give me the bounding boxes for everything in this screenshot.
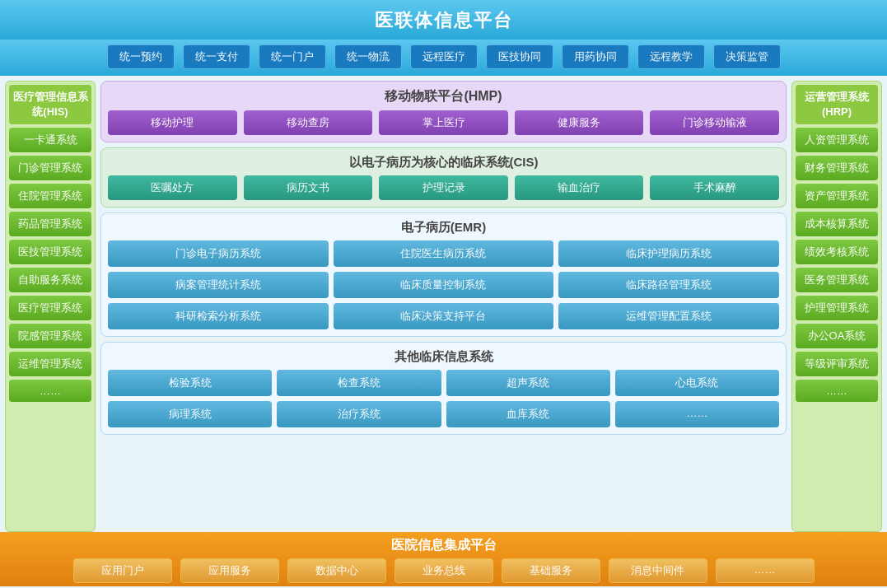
top-nav-item[interactable]: 医技协同 xyxy=(486,44,553,69)
right-sidebar-item[interactable]: 办公OA系统 xyxy=(796,324,878,348)
other-title: 其他临床信息系统 xyxy=(108,349,779,365)
bottom-nav: 应用门户应用服务数据中心业务总线基础服务消息中间件…… xyxy=(0,558,887,583)
cis-item[interactable]: 护理记录 xyxy=(379,175,508,200)
other-item[interactable]: 心电系统 xyxy=(615,370,779,396)
hmp-items: 移动护理移动查房掌上医疗健康服务门诊移动输液 xyxy=(108,110,779,135)
emr-section: 电子病历(EMR) 门诊电子病历系统住院医生病历系统临床护理病历系统病案管理统计… xyxy=(100,212,787,337)
top-nav-item[interactable]: 远程教学 xyxy=(637,44,705,69)
cis-section: 以电子病历为核心的临床系统(CIS) 医嘱处方病历文书护理记录输血治疗手术麻醉 xyxy=(100,147,787,208)
cis-title: 以电子病历为核心的临床系统(CIS) xyxy=(108,155,779,170)
center-area: 移动物联平台(HMP) 移动护理移动查房掌上医疗健康服务门诊移动输液 以电子病历… xyxy=(100,81,787,532)
right-sidebar-item[interactable]: 医务管理系统 xyxy=(796,268,878,292)
hmp-item[interactable]: 掌上医疗 xyxy=(379,110,508,135)
top-nav-bar: 统一预约统一支付统一门户统一物流远程医疗医技协同用药协同远程教学决策监管 xyxy=(0,40,887,76)
left-sidebar-item[interactable]: …… xyxy=(9,380,91,402)
top-nav-item[interactable]: 用药协同 xyxy=(562,44,629,69)
cis-item[interactable]: 医嘱处方 xyxy=(108,175,237,200)
left-sidebar-item[interactable]: 门诊管理系统 xyxy=(9,156,91,180)
emr-item[interactable]: 住院医生病历系统 xyxy=(334,240,554,267)
top-nav-item[interactable]: 统一预约 xyxy=(107,44,175,69)
right-sidebar-title: 运营管理系统(HRP) xyxy=(796,85,878,124)
left-sidebar-item[interactable]: 住院管理系统 xyxy=(9,184,91,208)
other-item[interactable]: 超声系统 xyxy=(446,370,610,396)
emr-item[interactable]: 运维管理配置系统 xyxy=(558,303,779,329)
bottom-nav-item[interactable]: 业务总线 xyxy=(394,558,493,583)
emr-item[interactable]: 临床护理病历系统 xyxy=(558,240,779,267)
emr-grid: 门诊电子病历系统住院医生病历系统临床护理病历系统病案管理统计系统临床质量控制系统… xyxy=(108,240,779,329)
hmp-item[interactable]: 移动护理 xyxy=(108,110,237,135)
bottom-platform-title: 医院信息集成平台 xyxy=(0,537,887,554)
bottom-nav-item[interactable]: 应用服务 xyxy=(180,558,279,583)
right-sidebar-item[interactable]: 护理管理系统 xyxy=(796,296,878,320)
left-sidebar-item[interactable]: 自助服务系统 xyxy=(9,268,91,292)
bottom-nav-item[interactable]: 基础服务 xyxy=(502,558,600,583)
emr-item[interactable]: 临床质量控制系统 xyxy=(334,272,554,298)
other-item[interactable]: …… xyxy=(615,401,779,427)
other-item[interactable]: 检查系统 xyxy=(277,370,441,396)
right-sidebar-item[interactable]: 绩效考核系统 xyxy=(796,240,878,264)
right-sidebar-item[interactable]: …… xyxy=(796,380,878,402)
cis-item[interactable]: 病历文书 xyxy=(244,175,373,200)
cis-item[interactable]: 输血治疗 xyxy=(515,175,644,200)
bottom-nav-item[interactable]: 数据中心 xyxy=(287,558,386,583)
cis-item[interactable]: 手术麻醉 xyxy=(650,175,779,200)
other-section: 其他临床信息系统 检验系统检查系统超声系统心电系统 病理系统治疗系统血库系统…… xyxy=(100,342,787,435)
right-sidebar-item[interactable]: 等级评审系统 xyxy=(796,352,878,376)
left-sidebar-item[interactable]: 一卡通系统 xyxy=(9,128,91,152)
bottom-nav-item[interactable]: 消息中间件 xyxy=(609,558,707,583)
left-sidebar: 医疗管理信息系统(HIS) 一卡通系统门诊管理系统住院管理系统药品管理系统医技管… xyxy=(5,81,96,532)
left-sidebar-item[interactable]: 院感管理系统 xyxy=(9,324,91,348)
left-sidebar-item[interactable]: 药品管理系统 xyxy=(9,212,91,236)
top-nav-item[interactable]: 统一支付 xyxy=(183,44,250,69)
hmp-item[interactable]: 移动查房 xyxy=(244,110,373,135)
left-sidebar-title: 医疗管理信息系统(HIS) xyxy=(9,85,91,124)
emr-item[interactable]: 科研检索分析系统 xyxy=(108,303,329,329)
left-sidebar-item[interactable]: 医技管理系统 xyxy=(9,240,91,264)
right-sidebar-item[interactable]: 财务管理系统 xyxy=(796,156,878,180)
hmp-item[interactable]: 健康服务 xyxy=(515,110,644,135)
other-row2: 病理系统治疗系统血库系统…… xyxy=(108,401,779,427)
right-sidebar-item[interactable]: 成本核算系统 xyxy=(796,212,878,236)
other-item[interactable]: 病理系统 xyxy=(108,401,272,427)
bottom-nav-item[interactable]: …… xyxy=(716,558,815,583)
emr-item[interactable]: 临床路径管理系统 xyxy=(558,272,779,298)
top-nav-item[interactable]: 决策监管 xyxy=(713,44,781,69)
top-nav-item[interactable]: 统一门户 xyxy=(259,44,326,69)
cis-items: 医嘱处方病历文书护理记录输血治疗手术麻醉 xyxy=(108,175,779,200)
left-sidebar-item[interactable]: 医疗管理系统 xyxy=(9,296,91,320)
other-item[interactable]: 检验系统 xyxy=(108,370,272,396)
hmp-section: 移动物联平台(HMP) 移动护理移动查房掌上医疗健康服务门诊移动输液 xyxy=(100,81,787,142)
other-item[interactable]: 治疗系统 xyxy=(277,401,441,427)
emr-item[interactable]: 病案管理统计系统 xyxy=(108,272,329,298)
emr-title: 电子病历(EMR) xyxy=(108,220,779,236)
right-sidebar-item[interactable]: 资产管理系统 xyxy=(796,184,878,208)
top-nav-item[interactable]: 远程医疗 xyxy=(410,44,478,69)
bottom-nav-item[interactable]: 应用门户 xyxy=(73,558,172,583)
right-sidebar: 运营管理系统(HRP) 人资管理系统财务管理系统资产管理系统成本核算系统绩效考核… xyxy=(791,81,882,532)
other-item[interactable]: 血库系统 xyxy=(446,401,610,427)
main-content: 医疗管理信息系统(HIS) 一卡通系统门诊管理系统住院管理系统药品管理系统医技管… xyxy=(0,76,887,532)
hmp-item[interactable]: 门诊移动输液 xyxy=(650,110,779,135)
header-title: 医联体信息平台 xyxy=(375,10,513,30)
other-row1: 检验系统检查系统超声系统心电系统 xyxy=(108,370,779,396)
top-nav-item[interactable]: 统一物流 xyxy=(334,44,402,69)
emr-item[interactable]: 门诊电子病历系统 xyxy=(108,240,329,267)
right-sidebar-item[interactable]: 人资管理系统 xyxy=(796,128,878,152)
bottom-platform: 医院信息集成平台 应用门户应用服务数据中心业务总线基础服务消息中间件…… xyxy=(0,532,887,586)
left-sidebar-item[interactable]: 运维管理系统 xyxy=(9,352,91,376)
hmp-title: 移动物联平台(HMP) xyxy=(108,88,779,105)
page-header: 医联体信息平台 xyxy=(0,0,887,40)
emr-item[interactable]: 临床决策支持平台 xyxy=(334,303,554,329)
